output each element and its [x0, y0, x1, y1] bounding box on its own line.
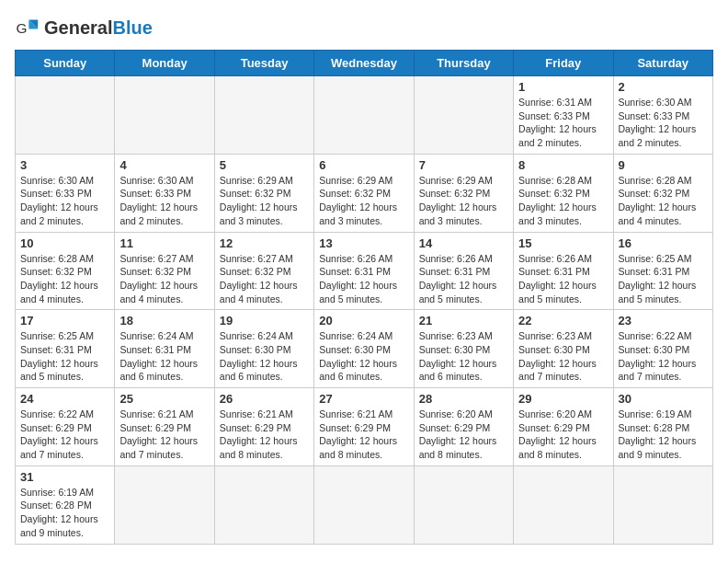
- day-info: Sunrise: 6:25 AM Sunset: 6:31 PM Dayligh…: [619, 252, 708, 306]
- day-info: Sunrise: 6:26 AM Sunset: 6:31 PM Dayligh…: [518, 252, 608, 306]
- day-number: 17: [20, 314, 109, 327]
- calendar-cell: 1Sunrise: 6:31 AM Sunset: 6:33 PM Daylig…: [514, 76, 613, 155]
- day-info: Sunrise: 6:24 AM Sunset: 6:30 PM Dayligh…: [319, 329, 408, 384]
- day-info: Sunrise: 6:22 AM Sunset: 6:30 PM Dayligh…: [619, 329, 708, 384]
- day-number: 25: [119, 392, 209, 406]
- day-number: 22: [518, 314, 608, 327]
- day-number: 14: [419, 236, 508, 250]
- weekday-header: Thursday: [414, 51, 513, 76]
- calendar-week-row: 1Sunrise: 6:31 AM Sunset: 6:33 PM Daylig…: [16, 76, 713, 155]
- weekday-header: Sunday: [16, 51, 115, 76]
- calendar-cell: [115, 76, 214, 155]
- day-info: Sunrise: 6:28 AM Sunset: 6:32 PM Dayligh…: [20, 252, 109, 306]
- day-info: Sunrise: 6:30 AM Sunset: 6:33 PM Dayligh…: [119, 174, 209, 228]
- svg-text:G: G: [16, 20, 27, 36]
- calendar-cell: 30Sunrise: 6:19 AM Sunset: 6:28 PM Dayli…: [613, 388, 712, 466]
- day-info: Sunrise: 6:19 AM Sunset: 6:28 PM Dayligh…: [20, 486, 109, 540]
- weekday-header: Friday: [514, 51, 613, 76]
- day-info: Sunrise: 6:29 AM Sunset: 6:32 PM Dayligh…: [319, 174, 408, 228]
- calendar-cell: [16, 76, 115, 155]
- day-number: 2: [619, 80, 708, 94]
- day-number: 30: [619, 392, 708, 406]
- day-number: 15: [518, 236, 608, 250]
- day-number: 18: [119, 314, 209, 327]
- calendar-week-row: 24Sunrise: 6:22 AM Sunset: 6:29 PM Dayli…: [16, 388, 713, 466]
- calendar-cell: [115, 465, 214, 544]
- calendar-cell: 21Sunrise: 6:23 AM Sunset: 6:30 PM Dayli…: [414, 310, 513, 388]
- day-number: 8: [518, 158, 608, 172]
- weekday-header: Wednesday: [314, 51, 414, 76]
- day-number: 5: [220, 158, 309, 172]
- calendar-cell: 8Sunrise: 6:28 AM Sunset: 6:32 PM Daylig…: [514, 154, 613, 232]
- calendar-cell: 22Sunrise: 6:23 AM Sunset: 6:30 PM Dayli…: [514, 310, 613, 388]
- day-number: 1: [518, 80, 608, 94]
- calendar-cell: 9Sunrise: 6:28 AM Sunset: 6:32 PM Daylig…: [613, 154, 712, 232]
- calendar-cell: 31Sunrise: 6:19 AM Sunset: 6:28 PM Dayli…: [16, 465, 115, 544]
- calendar-cell: [414, 465, 513, 544]
- day-number: 16: [619, 236, 708, 250]
- logo: G GeneralBlue: [15, 15, 153, 40]
- day-number: 29: [518, 392, 608, 406]
- calendar-cell: 4Sunrise: 6:30 AM Sunset: 6:33 PM Daylig…: [115, 154, 214, 232]
- day-number: 3: [20, 158, 109, 172]
- day-number: 6: [319, 158, 408, 172]
- calendar-cell: 24Sunrise: 6:22 AM Sunset: 6:29 PM Dayli…: [16, 388, 115, 466]
- weekday-header: Tuesday: [214, 51, 313, 76]
- day-info: Sunrise: 6:28 AM Sunset: 6:32 PM Dayligh…: [619, 174, 708, 228]
- calendar-cell: 6Sunrise: 6:29 AM Sunset: 6:32 PM Daylig…: [314, 154, 414, 232]
- day-info: Sunrise: 6:22 AM Sunset: 6:29 PM Dayligh…: [20, 408, 109, 462]
- day-info: Sunrise: 6:20 AM Sunset: 6:29 PM Dayligh…: [518, 408, 608, 462]
- day-info: Sunrise: 6:27 AM Sunset: 6:32 PM Dayligh…: [220, 252, 309, 306]
- weekday-header: Saturday: [613, 51, 712, 76]
- calendar-cell: 18Sunrise: 6:24 AM Sunset: 6:31 PM Dayli…: [115, 310, 214, 388]
- day-info: Sunrise: 6:23 AM Sunset: 6:30 PM Dayligh…: [518, 329, 608, 384]
- day-info: Sunrise: 6:28 AM Sunset: 6:32 PM Dayligh…: [518, 174, 608, 228]
- calendar-cell: 15Sunrise: 6:26 AM Sunset: 6:31 PM Dayli…: [514, 232, 613, 310]
- day-info: Sunrise: 6:29 AM Sunset: 6:32 PM Dayligh…: [220, 174, 309, 228]
- calendar-cell: [414, 76, 513, 155]
- day-info: Sunrise: 6:25 AM Sunset: 6:31 PM Dayligh…: [20, 329, 109, 384]
- day-number: 26: [220, 392, 309, 406]
- day-number: 11: [119, 236, 209, 250]
- calendar-cell: 2Sunrise: 6:30 AM Sunset: 6:33 PM Daylig…: [613, 76, 712, 155]
- calendar-cell: 29Sunrise: 6:20 AM Sunset: 6:29 PM Dayli…: [514, 388, 613, 466]
- day-number: 19: [220, 314, 309, 327]
- calendar-cell: 14Sunrise: 6:26 AM Sunset: 6:31 PM Dayli…: [414, 232, 513, 310]
- calendar-cell: 23Sunrise: 6:22 AM Sunset: 6:30 PM Dayli…: [613, 310, 712, 388]
- logo-text: GeneralBlue: [44, 17, 153, 39]
- day-info: Sunrise: 6:26 AM Sunset: 6:31 PM Dayligh…: [319, 252, 408, 306]
- day-number: 27: [319, 392, 408, 406]
- calendar-cell: 5Sunrise: 6:29 AM Sunset: 6:32 PM Daylig…: [214, 154, 313, 232]
- calendar-cell: 11Sunrise: 6:27 AM Sunset: 6:32 PM Dayli…: [115, 232, 214, 310]
- day-number: 4: [119, 158, 209, 172]
- calendar-cell: 19Sunrise: 6:24 AM Sunset: 6:30 PM Dayli…: [214, 310, 313, 388]
- day-info: Sunrise: 6:20 AM Sunset: 6:29 PM Dayligh…: [419, 408, 508, 462]
- day-info: Sunrise: 6:24 AM Sunset: 6:31 PM Dayligh…: [119, 329, 209, 384]
- day-info: Sunrise: 6:23 AM Sunset: 6:30 PM Dayligh…: [419, 329, 508, 384]
- page-header: G GeneralBlue: [15, 15, 713, 40]
- calendar-week-row: 10Sunrise: 6:28 AM Sunset: 6:32 PM Dayli…: [16, 232, 713, 310]
- calendar-cell: 28Sunrise: 6:20 AM Sunset: 6:29 PM Dayli…: [414, 388, 513, 466]
- calendar: SundayMondayTuesdayWednesdayThursdayFrid…: [15, 50, 713, 545]
- calendar-cell: [613, 465, 712, 544]
- calendar-header-row: SundayMondayTuesdayWednesdayThursdayFrid…: [16, 51, 713, 76]
- day-info: Sunrise: 6:30 AM Sunset: 6:33 PM Dayligh…: [619, 96, 708, 150]
- logo-icon: G: [15, 15, 40, 40]
- calendar-cell: [514, 465, 613, 544]
- day-number: 10: [20, 236, 109, 250]
- day-info: Sunrise: 6:27 AM Sunset: 6:32 PM Dayligh…: [119, 252, 209, 306]
- day-number: 24: [20, 392, 109, 406]
- day-number: 9: [619, 158, 708, 172]
- calendar-cell: 7Sunrise: 6:29 AM Sunset: 6:32 PM Daylig…: [414, 154, 513, 232]
- calendar-cell: 27Sunrise: 6:21 AM Sunset: 6:29 PM Dayli…: [314, 388, 414, 466]
- day-number: 31: [20, 470, 109, 484]
- calendar-cell: [314, 76, 414, 155]
- day-info: Sunrise: 6:24 AM Sunset: 6:30 PM Dayligh…: [220, 329, 309, 384]
- calendar-cell: 20Sunrise: 6:24 AM Sunset: 6:30 PM Dayli…: [314, 310, 414, 388]
- calendar-cell: 13Sunrise: 6:26 AM Sunset: 6:31 PM Dayli…: [314, 232, 414, 310]
- day-number: 13: [319, 236, 408, 250]
- day-info: Sunrise: 6:21 AM Sunset: 6:29 PM Dayligh…: [119, 408, 209, 462]
- day-number: 21: [419, 314, 508, 327]
- calendar-cell: 25Sunrise: 6:21 AM Sunset: 6:29 PM Dayli…: [115, 388, 214, 466]
- day-number: 12: [220, 236, 309, 250]
